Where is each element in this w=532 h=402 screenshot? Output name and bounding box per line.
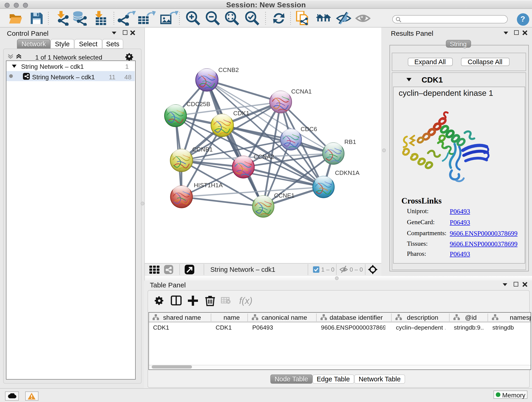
- svg-text:canonical name: canonical name: [262, 314, 307, 321]
- svg-text:CCNA2: CCNA2: [254, 153, 274, 160]
- svg-text:CDC6: CDC6: [301, 126, 317, 133]
- svg-text:CCNE1: CCNE1: [274, 192, 294, 199]
- svg-text:CCNB2: CCNB2: [218, 66, 239, 73]
- svg-text:name: name: [223, 314, 240, 321]
- svg-text:CDKN1A: CDKN1A: [335, 169, 360, 176]
- svg-text:namespace: namespace: [510, 314, 531, 321]
- svg-text:CDC25B: CDC25B: [186, 101, 210, 108]
- svg-text:String Network – cdk1: String Network – cdk1: [210, 266, 275, 273]
- svg-text:CDK1: CDK1: [233, 110, 249, 117]
- svg-text:description: description: [407, 314, 438, 321]
- svg-text:RB1: RB1: [344, 138, 356, 145]
- svg-text:shared name: shared name: [163, 314, 201, 321]
- svg-text:1 – 0: 1 – 0: [321, 266, 335, 273]
- svg-text:HIST1H1A: HIST1H1A: [194, 182, 223, 189]
- svg-text:0 – 0: 0 – 0: [350, 266, 363, 273]
- svg-text:@id: @id: [465, 314, 477, 321]
- svg-text:CCNA1: CCNA1: [291, 88, 312, 95]
- svg-text:f(x): f(x): [239, 296, 253, 306]
- svg-text:database identifier: database identifier: [329, 314, 383, 321]
- svg-text:CCNB1: CCNB1: [192, 146, 213, 153]
